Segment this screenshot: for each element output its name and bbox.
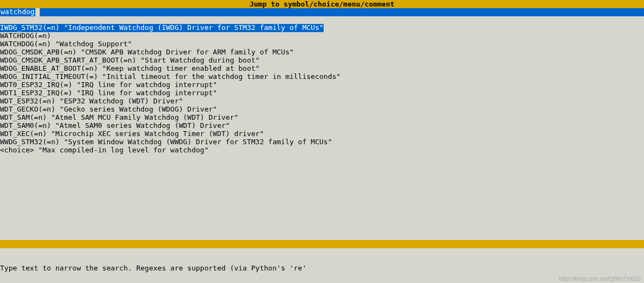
divider	[0, 240, 644, 248]
result-item[interactable]: WDT_SAM(=n) "Atmel SAM MCU Family Watchd…	[0, 114, 641, 122]
result-item[interactable]: WDT_GECKO(=n) "Gecko series Watchdog (WD…	[0, 106, 641, 114]
result-item[interactable]: WATCHDOG(=n) "Watchdog Support"	[0, 40, 641, 48]
text-cursor	[35, 8, 40, 16]
result-item[interactable]: WDT_SAM0(=n) "Atmel SAM0 series Watchdog…	[0, 122, 641, 130]
spacer	[0, 16, 644, 24]
results-list[interactable]: IWDG_STM32(=n) "Independent Watchdog (IW…	[0, 24, 644, 155]
result-item[interactable]: <choice> "Max compiled-in log level for …	[0, 146, 641, 155]
search-input-row[interactable]: watchdog	[0, 8, 644, 16]
search-query-text: watchdog	[0, 8, 35, 16]
result-item[interactable]: WDOG_ENABLE_AT_BOOT(=n) "Keep watchdog t…	[0, 65, 641, 73]
watermark-text: https://blog.csdn.net/QBH1CH023	[559, 276, 641, 282]
result-item[interactable]: IWDG_STM32(=n) "Independent Watchdog (IW…	[0, 24, 324, 32]
help-text-block: Type text to narrow the search. Regexes …	[0, 248, 644, 283]
dialog-title: Jump to symbol/choice/menu/comment	[0, 0, 644, 8]
result-item[interactable]: WATCHDOG(=n)	[0, 32, 641, 40]
help-line: Type text to narrow the search. Regexes …	[0, 264, 644, 273]
result-item[interactable]: WDOG_CMSDK_APB_START_AT_BOOT(=n) "Start …	[0, 57, 641, 65]
result-item[interactable]: WDT0_ESP32_IRQ(=) "IRQ line for watchdog…	[0, 81, 641, 89]
result-item[interactable]: WWDG_STM32(=n) "System Window Watchdog (…	[0, 138, 641, 146]
result-item[interactable]: WDT1_ESP32_IRQ(=) "IRQ line for watchdog…	[0, 89, 641, 97]
result-item[interactable]: WDT_XEC(=n) "Microchip XEC series Watchd…	[0, 130, 641, 138]
result-item[interactable]: WDT_ESP32(=n) "ESP32 Watchdog (WDT) Driv…	[0, 97, 641, 106]
search-input-area[interactable]	[40, 8, 644, 16]
result-item[interactable]: WDOG_INITIAL_TIMEOUT(=) "Initial timeout…	[0, 73, 641, 81]
result-item[interactable]: WDOG_CMSDK_APB(=n) "CMSDK APB Watchdog D…	[0, 48, 641, 57]
